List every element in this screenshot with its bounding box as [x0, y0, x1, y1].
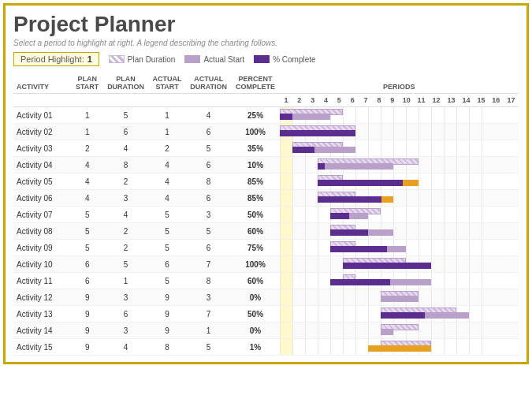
legend-row: Period Highlight: 1 Plan Duration Actual…: [13, 52, 519, 66]
plan-start: 4: [72, 173, 103, 190]
percent-complete: 50%: [232, 207, 280, 223]
actual-start: 5: [148, 273, 185, 289]
gantt-bar-cell: [280, 289, 519, 306]
plan-duration: 5: [103, 256, 149, 273]
plan-start: 4: [72, 190, 103, 207]
activity-name: Activity 14: [13, 322, 72, 339]
actual-start: 4: [148, 173, 185, 190]
actual-duration: 1: [186, 322, 232, 339]
period-1: 1: [280, 94, 293, 107]
actual-start: 9: [148, 289, 185, 306]
th-plan-start: PLANSTART: [72, 73, 103, 94]
th-plan-duration: PLANDURATION: [103, 73, 149, 94]
table-row: Activity 09525675%: [13, 240, 519, 256]
period-8: 8: [372, 94, 385, 107]
plan-label: Plan Duration: [128, 55, 176, 64]
actual-duration: 7: [186, 306, 232, 322]
highlight-value: 1: [87, 54, 92, 64]
percent-complete: 10%: [232, 157, 280, 173]
percent-complete: 50%: [232, 306, 280, 322]
plan-start: 1: [72, 107, 103, 124]
plan-duration: 4: [103, 140, 149, 157]
period-13: 13: [444, 94, 459, 107]
period-numbers-row: 1 2 3 4 5 6 7 8 9 10 11 12 13 14 15 16 1…: [13, 94, 519, 107]
gantt-bar-cell: [280, 124, 519, 140]
percent-complete: 0%: [232, 322, 280, 339]
th-activity: ACTIVITY: [13, 73, 72, 94]
table-row: Activity 1594851%: [13, 339, 519, 356]
table-row: Activity 07545350%: [13, 207, 519, 223]
plan-duration: 2: [103, 173, 149, 190]
plan-start: 5: [72, 240, 103, 256]
table-body: Activity 01151425%Activity 021616100%Act…: [13, 107, 519, 356]
plan-duration: 4: [103, 339, 149, 356]
gantt-bar-cell: [280, 322, 519, 339]
table-row: Activity 04484610%: [13, 157, 519, 173]
complete-swatch: [254, 55, 270, 63]
actual-start: 5: [148, 240, 185, 256]
plan-duration: 1: [103, 273, 149, 289]
period-12: 12: [429, 94, 444, 107]
th-actual-duration: ACTUALDURATION: [186, 73, 232, 94]
plan-start: 4: [72, 157, 103, 173]
gantt-bar-cell: [280, 273, 519, 289]
table-row: Activity 13969750%: [13, 306, 519, 322]
plan-start: 9: [72, 322, 103, 339]
actual-duration: 3: [186, 207, 232, 223]
period-17: 17: [504, 94, 519, 107]
legend-actual: Actual Start: [184, 55, 244, 64]
plan-duration: 2: [103, 240, 149, 256]
period-highlight-box[interactable]: Period Highlight: 1: [13, 52, 99, 66]
plan-duration: 5: [103, 107, 149, 124]
activity-name: Activity 06: [13, 190, 72, 207]
percent-complete: 60%: [232, 223, 280, 240]
gantt-bar-cell: [280, 190, 519, 207]
actual-duration: 5: [186, 140, 232, 157]
period-3: 3: [306, 94, 319, 107]
gantt-bar-cell: [280, 157, 519, 173]
percent-complete: 100%: [232, 256, 280, 273]
activity-name: Activity 07: [13, 207, 72, 223]
period-6: 6: [346, 94, 359, 107]
table-row: Activity 01151425%: [13, 107, 519, 124]
percent-complete: 75%: [232, 240, 280, 256]
activity-name: Activity 11: [13, 273, 72, 289]
project-table: ACTIVITY PLANSTART PLANDURATION ACTUALST…: [13, 73, 519, 356]
actual-swatch: [184, 55, 200, 63]
actual-start: 5: [148, 207, 185, 223]
page-subtitle: Select a period to highlight at right. A…: [13, 39, 519, 47]
actual-duration: 5: [186, 223, 232, 240]
plan-start: 9: [72, 339, 103, 356]
plan-start: 9: [72, 306, 103, 322]
actual-start: 1: [148, 124, 185, 140]
activity-name: Activity 02: [13, 124, 72, 140]
actual-duration: 8: [186, 273, 232, 289]
actual-start: 5: [148, 223, 185, 240]
page-title: Project Planner: [13, 12, 519, 37]
actual-duration: 6: [186, 240, 232, 256]
percent-complete: 85%: [232, 190, 280, 207]
activity-name: Activity 04: [13, 157, 72, 173]
column-headers: ACTIVITY PLANSTART PLANDURATION ACTUALST…: [13, 73, 519, 94]
period-11: 11: [414, 94, 429, 107]
table-row: Activity 08525560%: [13, 223, 519, 240]
main-container: Project Planner Select a period to highl…: [3, 3, 529, 364]
plan-start: 5: [72, 223, 103, 240]
period-5: 5: [333, 94, 346, 107]
table-row: Activity 03242535%: [13, 140, 519, 157]
activity-name: Activity 13: [13, 306, 72, 322]
period-15: 15: [474, 94, 489, 107]
plan-duration: 6: [103, 306, 149, 322]
table-row: Activity 1293930%: [13, 289, 519, 306]
gantt-bar-cell: [280, 223, 519, 240]
plan-duration: 3: [103, 322, 149, 339]
table-row: Activity 1493910%: [13, 322, 519, 339]
period-7: 7: [359, 94, 373, 107]
actual-duration: 8: [186, 173, 232, 190]
table-row: Activity 106567100%: [13, 256, 519, 273]
th-actual-start: ACTUALSTART: [148, 73, 185, 94]
actual-start: 1: [148, 107, 185, 124]
actual-start: 2: [148, 140, 185, 157]
activity-name: Activity 15: [13, 339, 72, 356]
activity-name: Activity 10: [13, 256, 72, 273]
